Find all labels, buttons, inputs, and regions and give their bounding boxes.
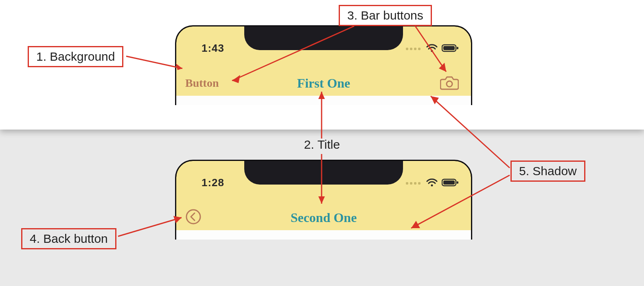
nav-left-button[interactable]: Button	[185, 77, 219, 90]
device-notch	[244, 161, 403, 185]
wifi-icon	[426, 44, 438, 54]
callout-shadow: 5. Shadow	[510, 161, 585, 182]
callout-title: 2. Title	[304, 138, 340, 152]
content-area	[176, 96, 471, 105]
camera-icon[interactable]	[440, 75, 459, 92]
battery-icon	[442, 178, 459, 189]
svg-point-4	[447, 81, 452, 87]
svg-rect-8	[457, 181, 458, 184]
status-time: 1:28	[202, 176, 224, 189]
svg-rect-7	[443, 180, 455, 185]
nav-title: First One	[297, 76, 350, 91]
nav-bar-background: 1:43	[176, 26, 471, 96]
wifi-icon	[426, 178, 438, 189]
svg-line-20	[118, 218, 182, 236]
battery-icon	[442, 44, 459, 54]
callout-back-button: 4. Back button	[21, 228, 116, 249]
content-area	[176, 230, 471, 240]
svg-point-0	[431, 50, 433, 52]
back-chevron-icon[interactable]	[185, 209, 202, 227]
phone-mock-first: 1:43	[175, 25, 472, 105]
phone-mock-second: 1:28	[175, 160, 472, 240]
svg-point-5	[431, 185, 433, 187]
cellular-dots-icon	[406, 182, 421, 185]
device-notch	[244, 26, 403, 50]
svg-rect-2	[443, 46, 455, 50]
cellular-dots-icon	[406, 48, 421, 50]
nav-title: Second One	[291, 210, 357, 225]
callout-background: 1. Background	[28, 46, 123, 67]
callout-bar-buttons: 3. Bar buttons	[339, 5, 432, 26]
nav-bar-background: 1:28	[176, 161, 471, 230]
svg-rect-3	[457, 47, 458, 49]
svg-point-9	[186, 210, 200, 224]
status-time: 1:43	[202, 42, 224, 55]
